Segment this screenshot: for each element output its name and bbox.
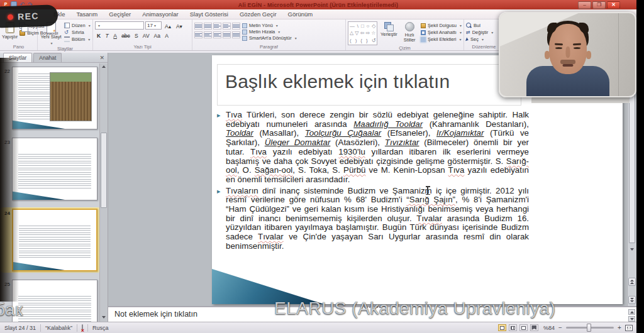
align-left-icon[interactable]: [194, 31, 203, 38]
shape-outline-icon: [421, 30, 426, 35]
ribbon-tab-slayt-gösterisi[interactable]: Slayt Gösterisi: [184, 9, 234, 19]
thumbnail-preview[interactable]: [12, 138, 97, 200]
shape-fill-button[interactable]: Şekil Dolgusu: [421, 23, 462, 28]
arrange-icon: [384, 22, 393, 31]
shape-icon[interactable]: ◇: [372, 23, 375, 29]
shape-icon[interactable]: ↺: [372, 38, 376, 43]
scroll-down-icon[interactable]: [630, 248, 634, 251]
shape-icon[interactable]: □: [361, 23, 364, 29]
align-center-icon[interactable]: [204, 31, 212, 38]
quick-styles-button[interactable]: Hızlı Stiller: [400, 21, 419, 43]
shape-icon[interactable]: ⇦: [360, 30, 365, 36]
bullet-marker-icon: ▸: [217, 187, 221, 196]
panel-scrollbar[interactable]: [99, 63, 108, 322]
justify-icon[interactable]: [223, 31, 231, 38]
indent-increase-icon[interactable]: [223, 23, 231, 30]
shape-icon[interactable]: (: [350, 38, 352, 43]
slide-title-placeholder[interactable]: Başlık eklemek için tıklatın: [217, 64, 521, 106]
tab-outline[interactable]: Anahat: [33, 53, 62, 62]
layout-button[interactable]: Düzen: [64, 23, 91, 28]
shape-icon[interactable]: }: [366, 38, 368, 43]
reset-button[interactable]: ↺ Sıfırla: [64, 30, 91, 35]
arrange-button[interactable]: Yerleştir: [379, 21, 398, 37]
bullets-icon[interactable]: [194, 23, 203, 30]
zoom-slider-thumb[interactable]: [587, 324, 591, 332]
language-indicator[interactable]: Rusça: [88, 325, 113, 331]
select-button[interactable]: Seç: [466, 36, 493, 42]
find-button[interactable]: Bul: [466, 23, 493, 28]
thumbnail-preview[interactable]: [12, 209, 97, 271]
ribbon-tab-gözden-geçir[interactable]: Gözden Geçir: [234, 9, 282, 19]
ribbon-tab-görünüm[interactable]: Görünüm: [282, 9, 319, 19]
columns-icon[interactable]: [232, 31, 240, 38]
zoom-out-button[interactable]: −: [557, 325, 564, 331]
italic-button[interactable]: T: [103, 31, 111, 39]
numbering-icon[interactable]: [204, 23, 212, 30]
align-text-icon: [242, 30, 247, 35]
grow-font-button[interactable]: A▴: [163, 22, 173, 30]
shrink-font-button[interactable]: A▾: [174, 22, 184, 30]
fit-to-window-button[interactable]: [625, 325, 633, 331]
bullet-paragraph-2[interactable]: ▸Tıvaların dinî inanç sisteminde Budizm …: [217, 187, 529, 251]
shape-icon[interactable]: ○: [367, 23, 370, 29]
notes-scroll-up-icon[interactable]: [628, 309, 635, 315]
shape-icon[interactable]: ☆: [371, 30, 375, 36]
shape-icon[interactable]: ▽: [355, 30, 358, 36]
zoom-in-button[interactable]: +: [616, 325, 623, 331]
shape-icon[interactable]: {: [360, 38, 362, 43]
indent-decrease-icon[interactable]: [213, 23, 221, 30]
underline-button[interactable]: A: [111, 31, 119, 39]
shape-icon[interactable]: ): [355, 38, 357, 43]
shapes-gallery[interactable]: —\□○◇△▽⇦⇨☆(){}↺: [348, 21, 377, 45]
scroll-down-icon[interactable]: [102, 316, 106, 319]
thumbnail-preview[interactable]: [12, 67, 97, 129]
shape-icon[interactable]: \: [357, 23, 358, 29]
slideshow-button[interactable]: [530, 324, 538, 331]
font-size-combo[interactable]: 17: [145, 21, 162, 30]
ribbon-tab-geçişler[interactable]: Geçişler: [103, 9, 136, 19]
shape-outline-button[interactable]: Şekil Anahattı: [421, 30, 462, 35]
bullet-paragraph-1[interactable]: ▸Tıva Türkleri, son derece zengin bir sö…: [217, 111, 529, 185]
close-button[interactable]: ✕: [607, 1, 620, 9]
bold-button[interactable]: K: [95, 31, 103, 39]
ribbon-tab-tasarım[interactable]: Tasarım: [70, 9, 103, 19]
case-button[interactable]: Aa: [152, 31, 162, 39]
slide-sorter-button[interactable]: [509, 324, 517, 331]
restore-button[interactable]: ❐: [592, 1, 606, 9]
webcam-video-tile: [499, 12, 636, 97]
spellcheck-icon[interactable]: [82, 324, 83, 332]
notes-scrollbar[interactable]: [628, 309, 635, 322]
recording-indicator[interactable]: REC: [0, 4, 58, 28]
notes-scroll-down-icon[interactable]: [628, 316, 635, 322]
align-text-button[interactable]: Metin Hizala: [242, 29, 297, 35]
minimize-button[interactable]: –: [578, 1, 591, 9]
shape-icon[interactable]: —: [350, 23, 355, 29]
smartart-convert-button[interactable]: SmartArt'a Dönüştür: [242, 35, 297, 41]
shape-effects-button[interactable]: Şekil Efektleri: [421, 36, 462, 42]
next-slide-button[interactable]: [628, 296, 636, 304]
wall-corner-line: [618, 13, 619, 96]
window-controls[interactable]: – ❐ ✕: [578, 1, 620, 9]
line-spacing-icon[interactable]: [232, 23, 240, 30]
previous-slide-button[interactable]: [628, 278, 636, 286]
shadow-button[interactable]: S: [133, 31, 140, 39]
replace-button[interactable]: ⇄ Değiştir: [466, 30, 493, 35]
text-direction-button[interactable]: Metin Yönü: [242, 23, 297, 28]
spacing-button[interactable]: AV: [141, 31, 152, 39]
shape-icon[interactable]: ⇨: [365, 30, 370, 36]
panel-scrollbar-thumb[interactable]: [101, 133, 107, 208]
slide-body-text[interactable]: ▸Tıva Türkleri, son derece zengin bir sö…: [217, 111, 529, 253]
shape-icon[interactable]: △: [350, 30, 353, 36]
reading-view-button[interactable]: [519, 324, 528, 331]
ribbon-tab-animasyonlar[interactable]: Animasyonlar: [136, 9, 184, 19]
panel-close-icon[interactable]: ✕: [99, 55, 104, 62]
section-button[interactable]: Bölüm: [64, 36, 91, 42]
strike-button[interactable]: abc: [119, 31, 132, 39]
font-name-combo[interactable]: [95, 21, 144, 30]
align-right-icon[interactable]: [213, 31, 221, 38]
scroll-up-icon[interactable]: [102, 65, 106, 68]
title-bar[interactable]: P ↶ ↷ Ali EGİN - Microsoft PowerPoint (Ü…: [0, 0, 636, 9]
normal-view-button[interactable]: [498, 324, 506, 331]
zoom-slider[interactable]: [566, 327, 614, 329]
color-button[interactable]: A: [163, 31, 170, 39]
